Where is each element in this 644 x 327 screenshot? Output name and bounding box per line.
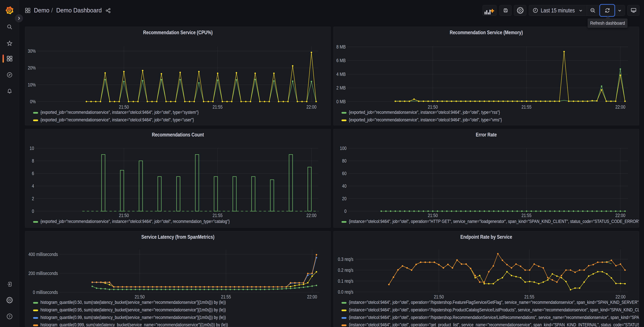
svg-text:?: ?: [8, 315, 10, 318]
